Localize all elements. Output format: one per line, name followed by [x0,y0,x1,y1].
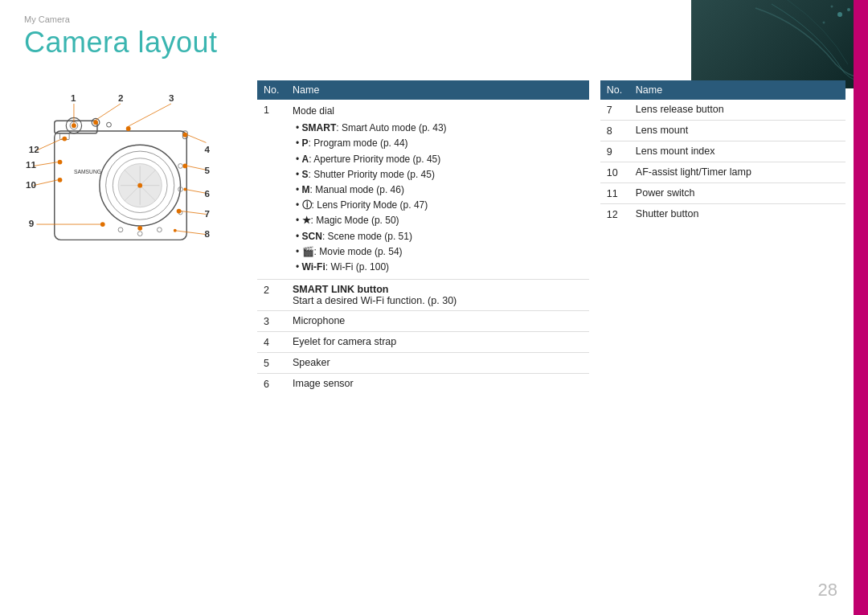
table-row: 4Eyelet for camera strap [257,332,589,353]
row-sub-text: Start a desired Wi-Fi function. (p. 30) [293,295,457,306]
page-number: 28 [818,580,837,601]
table-row: 1Mode dial• SMART: Smart Auto mode (p. 4… [257,100,589,280]
left-table-header-no: No. [257,80,286,100]
row-name: AF-assist light/Timer lamp [629,162,845,183]
svg-line-36 [129,104,171,126]
svg-point-3 [831,6,833,8]
svg-point-44 [58,178,63,182]
page-title: Camera layout [24,26,218,59]
svg-point-5 [823,22,825,24]
mode-dial-bullet: • ⓘ: Lens Priority Mode (p. 47) [293,198,583,213]
svg-text:7: 7 [205,208,210,219]
svg-point-24 [118,228,123,232]
table-row: 2SMART LINK buttonStart a desired Wi-Fi … [257,280,589,311]
table-row: 8Lens mount [600,121,845,141]
svg-text:1: 1 [71,92,76,103]
row-no: 3 [257,311,286,332]
mode-dial-bullet: • M: Manual mode (p. 46) [293,182,583,198]
svg-point-26 [157,228,162,232]
svg-point-11 [107,122,112,127]
svg-point-35 [126,126,131,131]
mode-dial-bullet: • Wi-Fi: Wi-Fi (p. 100) [293,260,583,275]
content-area: SAMSUNG 1 2 3 [16,80,845,575]
row-name: Speaker [286,353,589,374]
svg-point-58 [183,188,186,191]
row-no: 6 [257,374,286,395]
mode-dial-bullet: • SMART: Smart Auto mode (p. 43) [293,121,583,136]
svg-line-64 [175,231,207,235]
svg-line-33 [96,104,121,120]
row-name: Power switch [629,183,845,204]
table-row: 9Lens mount index [600,141,845,162]
mode-dial-bullet: • SCN: Scene mode (p. 51) [293,229,583,244]
mode-dial-bullet: • 🎬: Movie mode (p. 54) [293,244,583,260]
top-decoration [691,0,868,88]
row-no: 12 [600,204,629,225]
table-row: 3Microphone [257,311,589,332]
row-no: 7 [600,100,629,121]
tables-area: No. Name 1Mode dial• SMART: Smart Auto m… [257,80,845,575]
row-no: 8 [600,121,629,141]
left-table: No. Name 1Mode dial• SMART: Smart Auto m… [257,80,589,394]
svg-point-21 [178,164,183,169]
table-row: 5Speaker [257,353,589,374]
svg-text:SAMSUNG: SAMSUNG [74,169,101,174]
svg-text:11: 11 [26,159,36,170]
row-no: 1 [257,100,286,280]
row-no: 11 [600,183,629,204]
row-name: Microphone [286,311,589,332]
row-name-text: Image sensor [293,378,354,389]
svg-text:12: 12 [29,144,39,154]
decoration-svg [691,0,868,88]
svg-line-57 [185,189,206,193]
mode-dial-bullet: • A: Aperture Priority mode (p. 45) [293,152,583,167]
breadcrumb: My Camera [24,14,70,24]
row-name: Lens mount index [629,141,845,162]
mode-dial-bullet: • P: Program mode (p. 44) [293,136,583,151]
svg-point-56 [137,183,142,188]
row-name: Mode dial• SMART: Smart Auto mode (p. 43… [286,100,589,280]
row-no: 9 [600,141,629,162]
right-table-header-name: Name [629,80,845,100]
row-name: Lens release button [629,100,845,121]
svg-point-32 [93,120,98,125]
row-name-text: Microphone [293,315,345,326]
svg-text:6: 6 [205,188,211,199]
svg-point-60 [177,209,182,214]
row-no: 4 [257,332,286,353]
svg-point-53 [182,164,187,169]
table-row: 11Power switch [600,183,845,204]
svg-point-63 [137,226,142,231]
svg-line-39 [36,139,62,151]
mode-dial-title: Mode dial [293,104,583,119]
table-left: No. Name 1Mode dial• SMART: Smart Auto m… [257,80,589,575]
left-table-header-name: Name [286,80,589,100]
svg-line-51 [187,135,206,143]
right-table: No. Name 7Lens release button8Lens mount… [600,80,845,224]
mode-dial-bullet: • ★: Magic Mode (p. 50) [293,213,583,228]
svg-point-50 [182,133,187,137]
row-name-text: Eyelet for camera strap [293,336,396,347]
svg-point-47 [100,222,105,227]
table-row: 7Lens release button [600,100,845,121]
svg-text:5: 5 [205,165,211,175]
svg-point-29 [72,123,76,128]
row-name: Lens mount [629,121,845,141]
table-row: 12Shutter button [600,204,845,225]
right-accent-bar [854,0,868,615]
svg-point-0 [837,12,842,17]
table-row: 6Image sensor [257,374,589,395]
row-name-text: Speaker [293,357,330,368]
svg-text:8: 8 [205,228,211,239]
row-name: Image sensor [286,374,589,395]
row-name: Eyelet for camera strap [286,332,589,353]
svg-text:3: 3 [169,92,174,103]
right-table-header-no: No. [600,80,629,100]
camera-diagram: SAMSUNG 1 2 3 [16,80,241,575]
svg-text:4: 4 [205,144,211,154]
svg-text:2: 2 [118,92,123,103]
svg-point-1 [847,8,850,11]
svg-line-54 [187,166,206,170]
row-name-text: SMART LINK button [293,284,388,295]
mode-dial-bullet: • S: Shutter Priority mode (p. 45) [293,167,583,182]
